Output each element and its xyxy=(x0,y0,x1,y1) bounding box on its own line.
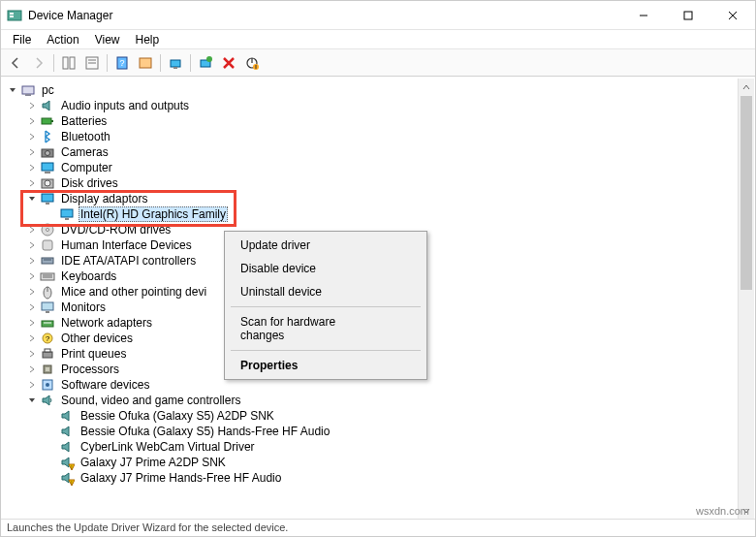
tree-item[interactable]: Intel(R) HD Graphics Family xyxy=(1,206,755,222)
tree-item-label: Display adaptors xyxy=(59,192,149,205)
scan-hardware-button[interactable] xyxy=(195,52,216,74)
tree-item[interactable]: Audio inputs and outputs xyxy=(1,98,755,113)
expand-icon[interactable] xyxy=(26,115,38,127)
svg-rect-21 xyxy=(22,86,34,94)
collapse-icon[interactable] xyxy=(26,193,38,205)
sound-icon xyxy=(40,393,55,408)
camera-icon xyxy=(40,144,55,160)
tree-item-label: Print queues xyxy=(59,347,128,361)
expand-icon[interactable] xyxy=(7,84,18,96)
spacer xyxy=(46,472,57,484)
watermark: wsxdn.com xyxy=(696,505,749,517)
svg-text:?: ? xyxy=(46,334,50,343)
properties-button[interactable] xyxy=(81,52,103,74)
svg-text:?: ? xyxy=(119,58,124,68)
expand-icon[interactable] xyxy=(26,363,38,375)
tree-item-label: Other devices xyxy=(59,332,135,345)
scrollbar[interactable] xyxy=(738,79,754,519)
help-button[interactable]: ? xyxy=(111,52,133,74)
svg-rect-16 xyxy=(173,67,177,69)
expand-icon[interactable] xyxy=(26,255,38,267)
expand-icon[interactable] xyxy=(26,270,38,282)
expand-icon[interactable] xyxy=(26,301,38,313)
svg-rect-27 xyxy=(42,163,53,171)
action-button[interactable] xyxy=(135,52,156,74)
context-menu-item[interactable]: Properties xyxy=(227,354,425,377)
show-hide-tree-button[interactable] xyxy=(58,52,79,74)
scroll-up-icon[interactable] xyxy=(739,79,754,95)
expand-icon[interactable] xyxy=(26,239,38,251)
tree-item[interactable]: Sound, video and game controllers xyxy=(1,393,755,408)
context-menu-item[interactable]: Scan for hardware changes xyxy=(227,310,425,347)
svg-rect-23 xyxy=(42,118,51,124)
svg-rect-32 xyxy=(46,203,49,205)
scroll-thumb[interactable] xyxy=(740,96,752,290)
tree-item-label: Galaxy J7 Prime A2DP SNK xyxy=(79,456,228,469)
tree-item-label: Computer xyxy=(59,161,114,174)
hid-icon xyxy=(40,237,55,253)
tree-item[interactable]: Cameras xyxy=(1,144,755,160)
tree-item-label: CyberLink WebCam Virtual Driver xyxy=(79,440,257,454)
menu-view[interactable]: View xyxy=(87,31,128,48)
svg-point-36 xyxy=(47,229,49,232)
svg-rect-31 xyxy=(42,194,53,202)
expand-icon[interactable] xyxy=(26,131,38,142)
disable-button[interactable] xyxy=(241,52,263,74)
speaker-icon xyxy=(59,408,75,424)
svg-rect-52 xyxy=(45,349,50,352)
maximize-button[interactable] xyxy=(666,1,710,30)
tree-item[interactable]: CyberLink WebCam Virtual Driver xyxy=(1,439,755,455)
context-menu-item[interactable]: Update driver xyxy=(227,234,425,257)
bluetooth-icon xyxy=(40,129,55,144)
tree-item[interactable]: Disk drives xyxy=(1,175,755,191)
expand-icon[interactable] xyxy=(26,100,38,111)
expand-icon[interactable] xyxy=(26,379,38,391)
close-button[interactable] xyxy=(710,1,755,30)
expand-icon[interactable] xyxy=(26,286,38,298)
minimize-button[interactable] xyxy=(621,1,666,30)
disk-icon xyxy=(40,175,55,191)
svg-rect-54 xyxy=(46,367,49,371)
battery-icon xyxy=(40,113,55,129)
svg-rect-22 xyxy=(25,94,31,96)
expand-icon[interactable] xyxy=(26,162,38,174)
menubar: File Action View Help xyxy=(1,30,755,49)
update-driver-button[interactable] xyxy=(165,52,186,74)
tree-item[interactable]: Batteries xyxy=(1,113,755,129)
menu-action[interactable]: Action xyxy=(39,31,86,48)
back-button[interactable] xyxy=(5,52,26,74)
mouse-icon xyxy=(40,284,55,300)
tree-item[interactable]: Computer xyxy=(1,160,755,175)
svg-rect-47 xyxy=(42,321,53,327)
speaker-warn-icon: ! xyxy=(59,470,75,486)
context-menu-item[interactable]: Uninstall device xyxy=(227,280,425,303)
collapse-icon[interactable] xyxy=(26,395,38,406)
expand-icon[interactable] xyxy=(26,348,38,360)
tree-item[interactable]: !Galaxy J7 Prime A2DP SNK xyxy=(1,455,755,470)
expand-icon[interactable] xyxy=(26,177,38,189)
svg-point-30 xyxy=(45,180,50,186)
speaker-icon xyxy=(59,424,75,439)
menu-file[interactable]: File xyxy=(5,31,39,48)
tree-item-label: Human Interface Devices xyxy=(59,238,194,252)
uninstall-button[interactable] xyxy=(218,52,239,74)
tree-item-label: Intel(R) HD Graphics Family xyxy=(79,206,228,222)
expand-icon[interactable] xyxy=(26,332,38,344)
expand-icon[interactable] xyxy=(26,317,38,329)
tree-item[interactable]: Bessie Ofuka (Galaxy S5) A2DP SNK xyxy=(1,408,755,424)
expand-icon[interactable] xyxy=(26,224,38,236)
tree-item[interactable]: !Galaxy J7 Prime Hands-Free HF Audio xyxy=(1,470,755,486)
menu-help[interactable]: Help xyxy=(128,31,168,48)
expand-icon[interactable] xyxy=(26,146,38,158)
forward-button[interactable] xyxy=(28,52,49,74)
tree-item[interactable]: Bluetooth xyxy=(1,129,755,144)
tree-item-label: IDE ATA/ATAPI controllers xyxy=(59,254,198,268)
tree-root[interactable]: pc xyxy=(1,82,755,98)
tree-item-label: pc xyxy=(40,83,56,97)
other-icon: ? xyxy=(40,331,55,346)
tree-item[interactable]: Display adaptors xyxy=(1,191,755,206)
tree-item[interactable]: Bessie Ofuka (Galaxy S5) Hands-Free HF A… xyxy=(1,424,755,439)
svg-rect-2 xyxy=(10,16,14,17)
context-menu-item[interactable]: Disable device xyxy=(227,257,425,280)
context-menu: Update driverDisable deviceUninstall dev… xyxy=(224,231,427,380)
